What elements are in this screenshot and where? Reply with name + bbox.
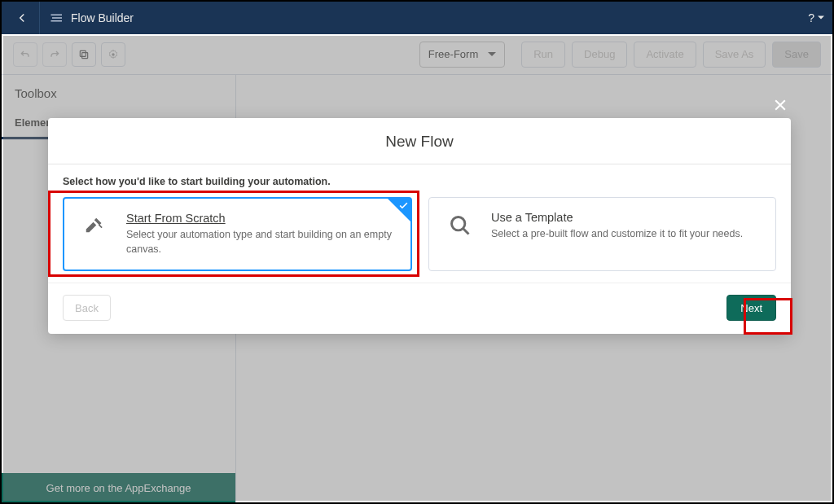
back-arrow-button[interactable] <box>10 11 34 25</box>
modal-title: New Flow <box>48 118 791 164</box>
svg-point-3 <box>452 217 465 230</box>
check-icon <box>398 199 409 214</box>
option-desc: Select your automation type and start bu… <box>126 228 396 256</box>
app-title: Flow Builder <box>71 11 134 24</box>
modal-prompt: Select how you'd like to start building … <box>63 176 776 187</box>
flow-builder-icon <box>50 12 64 24</box>
help-button[interactable]: ? <box>808 11 824 24</box>
header-divider <box>39 2 40 34</box>
close-modal-button[interactable] <box>772 97 788 116</box>
app-header: Flow Builder ? <box>2 2 832 34</box>
new-flow-modal: New Flow Select how you'd like to start … <box>48 118 791 334</box>
search-icon <box>444 211 476 257</box>
option-desc: Select a pre-built flow and customize it… <box>491 227 761 242</box>
option-start-from-scratch[interactable]: Start From Scratch Select your automatio… <box>63 197 412 271</box>
option-title: Use a Template <box>491 211 761 224</box>
modal-footer: Back Next <box>48 283 791 334</box>
next-button[interactable]: Next <box>726 295 776 321</box>
hammer-icon <box>79 212 112 256</box>
option-use-template[interactable]: Use a Template Select a pre-built flow a… <box>428 197 776 271</box>
help-label: ? <box>808 11 814 24</box>
back-button[interactable]: Back <box>63 295 111 321</box>
option-title: Start From Scratch <box>126 212 396 225</box>
